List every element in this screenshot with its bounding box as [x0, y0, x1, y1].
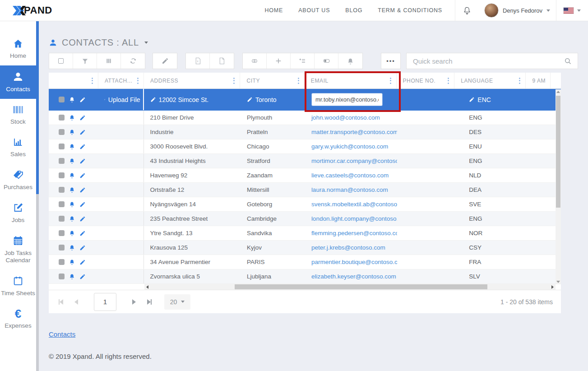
first-page-button[interactable]	[53, 294, 69, 310]
email-link[interactable]: lieve.casteels@contoso.com	[311, 172, 389, 179]
view-dropdown-caret[interactable]	[144, 42, 148, 44]
last-page-button[interactable]	[142, 294, 157, 310]
column-header-icons[interactable]	[49, 73, 98, 88]
nav-home[interactable]: HOME	[265, 7, 283, 14]
column-header-time[interactable]: 9 AM	[525, 73, 550, 88]
row-checkbox[interactable]	[59, 274, 65, 279]
vertical-scrollbar[interactable]	[556, 89, 561, 284]
edit-icon[interactable]	[79, 158, 86, 164]
email-link[interactable]: mortimor.car.company@contoso.com	[311, 158, 397, 164]
phone-cell[interactable]	[397, 89, 455, 110]
column-header-phone[interactable]: PHONE NO.	[396, 73, 454, 88]
table-row[interactable]: 34 Avenue Parmentier PARIS parmentier.bo…	[49, 255, 561, 269]
export-pdf-button[interactable]	[210, 53, 234, 69]
bell-icon[interactable]	[69, 186, 75, 193]
table-row[interactable]: Krausova 125 Kyjov peter.j.krebs@contoso…	[49, 241, 561, 255]
add-button[interactable]	[267, 53, 291, 69]
bell-icon[interactable]	[69, 158, 75, 164]
edit-icon[interactable]	[79, 187, 86, 193]
search-input[interactable]	[413, 57, 564, 65]
edit-icon[interactable]	[79, 129, 86, 135]
row-checkbox[interactable]	[59, 97, 65, 102]
refresh-button[interactable]	[121, 53, 145, 69]
horizontal-scrollbar[interactable]	[144, 284, 556, 290]
column-menu-icon[interactable]	[389, 76, 392, 86]
language-cell[interactable]: ENC	[477, 96, 491, 103]
row-checkbox[interactable]	[59, 144, 65, 149]
column-menu-icon[interactable]	[297, 76, 300, 86]
row-checkbox[interactable]	[59, 129, 65, 135]
table-row[interactable]: Havenweg 92 Zaandam lieve.casteels@conto…	[49, 168, 561, 183]
table-row[interactable]: 3000 Roosevelt Blvd. Chicago gary.w.yuki…	[49, 139, 561, 154]
nav-blog[interactable]: BLOG	[345, 7, 362, 14]
vertical-scrollbar-thumb[interactable]	[556, 96, 560, 208]
table-row[interactable]: Zvornarska ulica 5 Ljubljana elizabeth.k…	[49, 269, 561, 284]
export-excel-button[interactable]: x	[186, 53, 210, 69]
table-row-selected[interactable]: Upload File 12002 Simcoe St. Toronto ENC	[49, 89, 561, 111]
edit-icon[interactable]	[79, 172, 86, 179]
sidebar-item-time-sheets[interactable]: Time Sheets	[0, 270, 36, 303]
row-checkbox[interactable]	[59, 245, 65, 250]
table-row[interactable]: Nyängsvägen 14 Goteborg svensk.mobeltext…	[49, 197, 561, 212]
nav-about-us[interactable]: ABOUT US	[298, 7, 330, 14]
email-link[interactable]: flemming.pedersen@contoso.com	[311, 230, 397, 237]
table-row[interactable]: 235 Peachtree Street Cambridge london.li…	[49, 212, 561, 226]
search-icon[interactable]	[564, 57, 572, 65]
scroll-right-arrow[interactable]	[551, 285, 554, 289]
email-link[interactable]: matter.transporte@contoso.com	[311, 129, 397, 135]
toggle-on-button[interactable]	[315, 53, 338, 69]
table-row[interactable]: Ytre Sandgt. 13 Sandvika flemming.peders…	[49, 226, 561, 241]
column-header-attach[interactable]: ATTACH...	[98, 73, 144, 88]
page-size-dropdown[interactable]: 20	[164, 294, 190, 310]
edit-icon[interactable]	[79, 274, 86, 280]
edit-icon[interactable]	[79, 115, 86, 121]
edit-icon[interactable]	[79, 201, 86, 208]
sidebar-item-jobs[interactable]: Jobs	[0, 197, 36, 230]
sidebar-item-purchases[interactable]: Purchases	[0, 164, 36, 197]
reminders-button[interactable]	[338, 53, 362, 69]
edit-button[interactable]	[153, 53, 177, 69]
filter-button[interactable]	[73, 53, 97, 69]
bell-icon[interactable]	[69, 114, 75, 121]
row-checkbox[interactable]	[59, 115, 65, 121]
bell-icon[interactable]	[69, 129, 75, 135]
bell-icon[interactable]	[69, 215, 75, 222]
row-checkbox[interactable]	[59, 216, 65, 222]
email-link[interactable]: london.light.company@contoso.com	[311, 215, 397, 222]
bell-icon[interactable]	[69, 244, 75, 251]
attach-cell[interactable]: Upload File	[108, 96, 140, 103]
column-menu-icon[interactable]	[91, 76, 94, 86]
column-menu-icon[interactable]	[136, 76, 139, 86]
notifications-button[interactable]	[455, 0, 478, 21]
language-selector[interactable]	[556, 0, 588, 21]
email-link[interactable]: peter.j.krebs@contoso.com	[311, 244, 385, 251]
select-all-button[interactable]	[49, 53, 73, 69]
toggle-off-button[interactable]	[243, 53, 267, 69]
column-header-city[interactable]: CITY	[240, 73, 304, 88]
sidebar-item-contacts[interactable]: Contacts	[0, 65, 36, 99]
table-row[interactable]: Ortstraße 12 Mittersill laura.norman@con…	[49, 183, 561, 197]
table-row[interactable]: 210 Bimer Drive Plymouth john.wood@conto…	[49, 111, 561, 125]
row-checkbox[interactable]	[59, 259, 65, 265]
add-to-list-button[interactable]	[291, 53, 315, 69]
column-header-language[interactable]: LANGUAGE	[454, 73, 525, 88]
edit-icon[interactable]	[79, 144, 86, 150]
column-menu-icon[interactable]	[518, 76, 521, 86]
column-menu-icon[interactable]	[447, 76, 450, 86]
bell-icon[interactable]	[69, 230, 75, 237]
row-checkbox[interactable]	[59, 158, 65, 164]
email-link[interactable]: parmentier.boutique@contoso.com	[311, 259, 397, 265]
row-checkbox[interactable]	[59, 187, 65, 193]
email-link[interactable]: laura.norman@contoso.com	[311, 186, 388, 193]
scroll-up-arrow[interactable]	[556, 91, 560, 93]
edit-icon[interactable]	[79, 245, 86, 251]
email-edit-input[interactable]	[311, 93, 383, 106]
sidebar-item-home[interactable]: Home	[0, 33, 36, 65]
city-cell[interactable]: Toronto	[255, 96, 277, 103]
edit-icon[interactable]	[79, 259, 86, 265]
more-actions-button[interactable]: •••	[381, 53, 401, 69]
bell-icon[interactable]	[69, 201, 75, 208]
sidebar-item-expenses[interactable]: € Expenses	[0, 303, 36, 335]
table-row[interactable]: Industrie Pratteln matter.transporte@con…	[49, 125, 561, 139]
user-menu[interactable]: Denys Fedorov	[478, 0, 556, 21]
